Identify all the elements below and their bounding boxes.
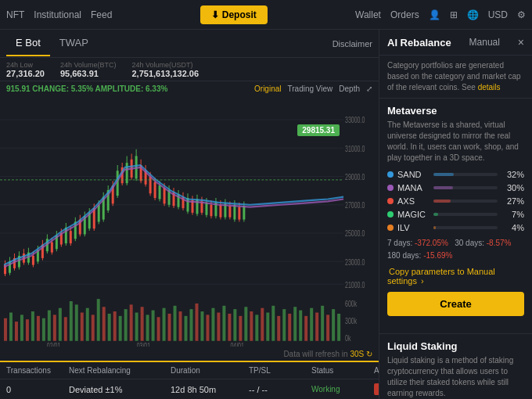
svg-text:04/01: 04/01: [230, 342, 244, 347]
view-original[interactable]: Original: [254, 84, 281, 93]
svg-rect-26: [59, 308, 62, 341]
coin-row: AXS 27%: [387, 196, 524, 206]
create-button[interactable]: Create: [387, 292, 524, 316]
svg-text:600k: 600k: [345, 300, 358, 309]
svg-rect-61: [250, 311, 253, 341]
deposit-icon: ⬇: [211, 9, 219, 20]
stat-low-value: 27,316.20: [6, 69, 45, 78]
svg-text:02/01: 02/01: [47, 342, 61, 347]
copy-params-link[interactable]: Copy parameters to Manual settings ›: [387, 267, 524, 286]
svg-text:23000.0: 23000.0: [345, 257, 365, 267]
stat-vol-btc: 24h Volume(BTC) 95,663.91: [60, 61, 117, 78]
svg-rect-15: [0, 296, 343, 347]
metaverse-desc: The Metaverse is a shared, virtual unive…: [387, 120, 524, 164]
svg-rect-45: [163, 308, 166, 341]
nav-globe-icon[interactable]: 🌐: [467, 9, 479, 20]
data-table: Transactions Next Rebalancing Duration T…: [0, 361, 379, 399]
metaverse-coins: SAND 32% MANA 30% AXS 27% MAGIC 7% ILV 4…: [387, 170, 524, 232]
svg-rect-65: [271, 306, 275, 341]
svg-rect-54: [211, 308, 214, 341]
svg-rect-37: [119, 316, 122, 341]
manual-tab[interactable]: Manual: [469, 37, 500, 48]
svg-rect-53: [206, 315, 209, 340]
stat-vol-btc-value: 95,663.91: [60, 69, 117, 78]
col-tpsl: TP/SL: [249, 366, 311, 375]
svg-rect-74: [321, 306, 324, 341]
svg-rect-36: [113, 311, 117, 341]
svg-rect-72: [310, 308, 313, 341]
svg-rect-60: [244, 307, 247, 341]
svg-rect-68: [288, 314, 291, 341]
coin-name: MANA: [397, 183, 429, 192]
view-depth[interactable]: Depth: [339, 84, 360, 93]
nav-settings-icon[interactable]: ⚙: [517, 9, 526, 20]
metaverse-section: Metaverse The Metaverse is a shared, vir…: [379, 99, 532, 330]
svg-rect-21: [31, 311, 34, 341]
coin-bar-track: [433, 200, 498, 203]
coin-name: ILV: [397, 223, 429, 232]
cell-duration: 12d 8h 50m: [171, 385, 249, 394]
stat-low-label: 24h Low: [6, 61, 45, 69]
coin-name: MAGIC: [397, 210, 429, 219]
performance-stats: 7 days: -372.05% 30 days: -8.57% 180 day…: [387, 237, 524, 262]
cell-tpsl: -- / --: [249, 385, 311, 394]
stats-bar: 24h Low 27,316.20 24h Volume(BTC) 95,663…: [0, 58, 379, 81]
svg-rect-30: [81, 313, 84, 341]
refresh-icon[interactable]: ↻: [366, 350, 372, 358]
main-layout: E Bot TWAP Disclaimer 24h Low 27,316.20 …: [0, 30, 532, 399]
close-button[interactable]: ×: [518, 36, 524, 49]
coin-percentage: 27%: [502, 196, 524, 206]
tab-bot[interactable]: E Bot: [6, 31, 50, 56]
svg-rect-46: [168, 314, 171, 341]
end-button[interactable]: End: [374, 383, 379, 395]
nav-grid-icon[interactable]: ⊞: [450, 9, 458, 20]
coin-dot: [387, 225, 394, 231]
deposit-button[interactable]: ⬇ Deposit: [200, 5, 268, 24]
coin-name: SAND: [397, 170, 429, 179]
svg-rect-69: [293, 307, 297, 341]
current-price-tag: 29815.31: [297, 124, 340, 136]
metaverse-title: Metaverse: [387, 105, 524, 117]
liquid-staking-title: Liquid Staking: [387, 340, 524, 352]
perf-30d-label: 30 days:: [455, 239, 484, 247]
nav-orders[interactable]: Orders: [390, 9, 419, 20]
svg-rect-19: [20, 315, 23, 340]
coin-bar-track: [433, 173, 498, 176]
svg-rect-73: [315, 313, 318, 341]
svg-rect-67: [282, 309, 286, 341]
nav-wallet[interactable]: Wallet: [355, 9, 381, 20]
tab-twap[interactable]: TWAP: [50, 31, 98, 56]
svg-rect-47: [174, 306, 177, 341]
svg-rect-70: [299, 311, 302, 341]
perf-7d-label: 7 days:: [387, 239, 412, 247]
svg-rect-22: [37, 316, 40, 341]
cell-transactions: 0: [6, 385, 69, 394]
details-link[interactable]: details: [478, 83, 501, 92]
nav-currency[interactable]: USD: [488, 9, 508, 20]
nav-left: NFT Institutional Feed: [6, 9, 112, 20]
nav-user-icon[interactable]: 👤: [429, 9, 440, 20]
perf-7d-val: -372.05%: [415, 239, 448, 247]
disclaimer-link[interactable]: Disclaimer: [332, 39, 372, 49]
svg-text:31000.0: 31000.0: [345, 144, 365, 153]
view-trading[interactable]: Trading View: [288, 84, 333, 93]
nav-right: Wallet Orders 👤 ⊞ 🌐 USD ⚙: [355, 9, 526, 20]
coin-dot: [387, 198, 394, 204]
svg-rect-66: [277, 316, 280, 341]
svg-rect-51: [195, 304, 198, 341]
nav-institutional[interactable]: Institutional: [34, 9, 81, 20]
nav-nft[interactable]: NFT: [6, 9, 24, 20]
svg-rect-40: [135, 313, 138, 341]
svg-text:03/01: 03/01: [137, 342, 151, 347]
svg-rect-20: [26, 319, 29, 341]
nav-feed[interactable]: Feed: [91, 9, 112, 20]
svg-rect-34: [102, 307, 106, 341]
svg-rect-52: [200, 311, 203, 341]
chevron-right-icon: ›: [421, 276, 424, 286]
svg-rect-24: [48, 311, 51, 341]
stat-24h-low: 24h Low 27,316.20: [6, 61, 45, 78]
expand-icon[interactable]: ⤢: [366, 84, 372, 93]
svg-rect-62: [255, 315, 258, 340]
svg-rect-17: [9, 313, 13, 341]
liquid-staking-desc: Liquid staking is a method of staking cr…: [387, 355, 524, 399]
